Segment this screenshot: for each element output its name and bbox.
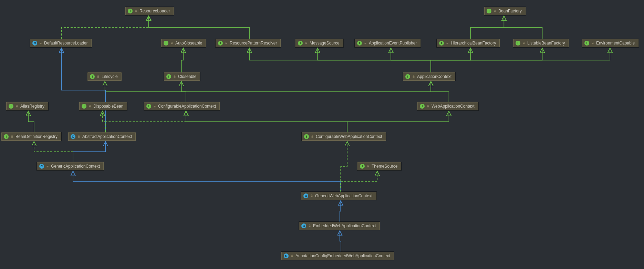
node-AutoCloseable[interactable]: IAutoCloseable (161, 39, 206, 47)
interface-icon: I (420, 104, 425, 109)
svg-rect-17 (11, 136, 13, 138)
node-AnnotationConfigEmbeddedWebApplicationContext[interactable]: CAnnotationConfigEmbeddedWebApplicationC… (281, 252, 394, 260)
node-GenericWebApplicationContext[interactable]: CGenericWebApplicationContext (301, 192, 376, 200)
node-Closeable[interactable]: ICloseable (164, 72, 200, 81)
svg-rect-23 (309, 226, 311, 227)
node-label: GenericWebApplicationContext (315, 193, 373, 198)
edge-AbstractApplicationContext-to-DefaultResourceLoader (61, 48, 105, 132)
class-icon: C (303, 193, 308, 198)
svg-rect-5 (305, 43, 307, 44)
node-label: BeanDefinitionRegistry (15, 134, 58, 139)
interface-icon: I (166, 74, 171, 79)
interface-icon: I (90, 74, 95, 79)
interface-icon: I (439, 41, 444, 46)
node-label: GenericApplicationContext (51, 164, 100, 169)
node-AliasRegistry[interactable]: IAliasRegistry (6, 102, 48, 110)
node-HierarchicalBeanFactory[interactable]: IHierarchicalBeanFactory (437, 39, 500, 47)
node-Lifecycle[interactable]: ILifecycle (87, 72, 122, 81)
node-label: ResourceLoader (139, 9, 170, 13)
node-ListableBeanFactory[interactable]: IListableBeanFactory (513, 39, 569, 47)
node-WebApplicationContext[interactable]: IWebApplicationContext (417, 102, 478, 110)
node-AbstractApplicationContext[interactable]: CAbstractApplicationContext (68, 132, 136, 141)
node-BeanFactory[interactable]: IBeanFactory (484, 7, 526, 15)
svg-rect-12 (413, 76, 415, 78)
interface-icon: I (304, 134, 309, 139)
node-DisposableBean[interactable]: IDisposableBean (79, 102, 127, 110)
svg-rect-21 (367, 166, 369, 167)
node-EmbeddedWebApplicationContext[interactable]: CEmbeddedWebApplicationContext (299, 222, 380, 230)
edge-ConfigurableApplicationContext-to-Closeable (181, 81, 186, 102)
edge-HierarchicalBeanFactory-to-BeanFactory (470, 16, 504, 39)
class-icon: C (301, 223, 306, 228)
node-label: BeanFactory (498, 9, 522, 13)
edge-DefaultResourceLoader-to-ResourceLoader (61, 16, 148, 39)
class-icon: C (32, 41, 37, 46)
node-label: MessageSource (310, 41, 340, 46)
edge-ApplicationContext-to-ResourcePatternResolver (249, 48, 431, 72)
svg-rect-0 (135, 11, 137, 12)
node-DefaultResourceLoader[interactable]: CDefaultResourceLoader (30, 39, 92, 47)
lock-icon (173, 75, 176, 78)
lock-icon (11, 135, 13, 138)
node-label: ResourcePatternResolver (230, 41, 277, 46)
lock-icon (310, 195, 313, 197)
node-BeanDefinitionRegistry[interactable]: IBeanDefinitionRegistry (1, 132, 61, 141)
node-ThemeSource[interactable]: IThemeSource (357, 162, 401, 170)
edge-ConfigurableWebApplicationContext-to-WebApplicationContext (347, 111, 449, 132)
edge-AnnotationConfigEmbeddedWebApplicationContext-to-EmbeddedWebApplicationContext (340, 231, 341, 252)
lock-icon (364, 42, 367, 44)
lock-icon (305, 42, 308, 44)
svg-rect-3 (171, 43, 173, 44)
node-ConfigurableWebApplicationContext[interactable]: IConfigurableWebApplicationContext (302, 132, 386, 141)
node-ResourcePatternResolver[interactable]: IResourcePatternResolver (216, 39, 281, 47)
lock-icon (308, 225, 311, 227)
lock-icon (77, 135, 80, 138)
svg-rect-4 (226, 43, 227, 44)
interface-icon: I (218, 41, 223, 46)
svg-rect-10 (97, 76, 99, 78)
interface-icon: I (4, 134, 9, 139)
svg-rect-6 (365, 43, 366, 44)
node-ApplicationContext[interactable]: IApplicationContext (403, 72, 455, 81)
node-ApplicationEventPublisher[interactable]: IApplicationEventPublisher (355, 39, 420, 47)
edge-GenericWebApplicationContext-to-ThemeSource (341, 171, 377, 192)
edge-ConfigurableApplicationContext-to-Lifecycle (105, 81, 186, 102)
interface-icon: I (164, 41, 168, 46)
svg-rect-1 (494, 11, 496, 12)
interface-icon: I (146, 104, 151, 109)
interface-icon: I (405, 74, 410, 79)
node-MessageSource[interactable]: IMessageSource (295, 39, 343, 47)
lock-icon (412, 75, 415, 78)
svg-rect-19 (312, 136, 313, 138)
svg-rect-16 (427, 106, 429, 107)
node-ResourceLoader[interactable]: IResourceLoader (125, 7, 174, 15)
svg-rect-7 (447, 43, 448, 44)
lock-icon (427, 105, 429, 108)
node-ConfigurableApplicationContext[interactable]: IConfigurableApplicationContext (144, 102, 220, 110)
node-GenericApplicationContext[interactable]: CGenericApplicationContext (37, 162, 104, 170)
node-label: ApplicationEventPublisher (369, 41, 417, 46)
node-label: AliasRegistry (20, 104, 44, 109)
uml-canvas[interactable]: IResourceLoaderIBeanFactoryCDefaultResou… (0, 0, 644, 269)
lock-icon (494, 10, 496, 12)
node-label: ListableBeanFactory (527, 41, 565, 46)
lock-icon (135, 10, 137, 12)
svg-rect-20 (47, 166, 49, 167)
lock-icon (39, 42, 42, 44)
lock-icon (591, 42, 594, 44)
svg-rect-22 (311, 196, 313, 197)
edge-GenericApplicationContext-to-AbstractApplicationContext (73, 141, 105, 162)
interface-icon: I (9, 104, 13, 109)
node-label: AnnotationConfigEmbeddedWebApplicationCo… (295, 253, 390, 258)
svg-rect-18 (78, 136, 80, 138)
node-EnvironmentCapable[interactable]: IEnvironmentCapable (582, 39, 638, 47)
node-label: AbstractApplicationContext (82, 134, 132, 139)
node-label: AutoCloseable (175, 41, 202, 46)
node-label: Closeable (178, 74, 196, 79)
interface-icon: I (298, 41, 303, 46)
edge-AbstractApplicationContext-to-DisposableBean (103, 111, 106, 132)
edge-EmbeddedWebApplicationContext-to-GenericWebApplicationContext (340, 201, 341, 222)
lock-icon (446, 42, 449, 44)
edge-GenericWebApplicationContext-to-ConfigurableWebApplicationContext (341, 141, 347, 192)
edge-ApplicationContext-to-MessageSource (318, 48, 431, 72)
